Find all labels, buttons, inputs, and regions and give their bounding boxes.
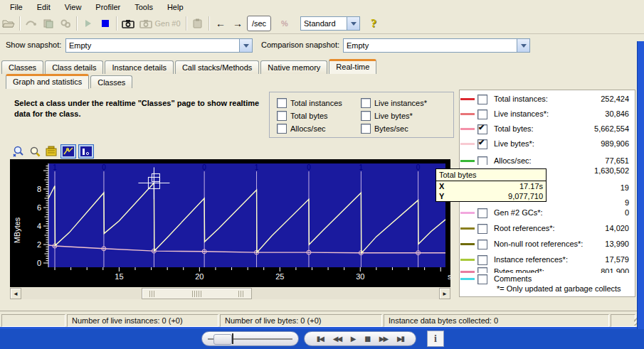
- slider-thumb[interactable]: [213, 334, 232, 345]
- filter-row-total-instances: Total instances: [277, 97, 361, 109]
- gc-generation-label: 1: [255, 163, 259, 171]
- percent-toggle[interactable]: %: [273, 16, 297, 31]
- legend-checkbox[interactable]: [477, 224, 487, 234]
- thumb-center-grip[interactable]: [192, 291, 202, 297]
- thumb-left-grip[interactable]: [149, 291, 155, 297]
- show-snapshot-combobox[interactable]: Empty: [65, 38, 253, 53]
- legend-label: Non-null root references*:: [494, 240, 583, 248]
- show-snapshot-dropdown-button[interactable]: [239, 39, 252, 52]
- comparison-snapshot-value: Empty: [344, 41, 517, 50]
- checkbox-total-bytes[interactable]: [277, 111, 287, 121]
- info-button[interactable]: i: [427, 331, 444, 347]
- realtime-chart-svg[interactable]: 02468MBytes15202530s1001010: [10, 159, 450, 287]
- pause-button[interactable]: ▮▮: [364, 335, 369, 343]
- status-panel: Number of live bytes: 0 (+0): [220, 314, 382, 327]
- toolbar: Gen #0 ← → /sec % Standard ?: [0, 14, 644, 34]
- scroll-left-button[interactable]: ◄: [10, 288, 21, 299]
- menu-edit[interactable]: Edit: [30, 1, 58, 13]
- comparison-snapshot-combobox[interactable]: Empty: [343, 38, 530, 53]
- playback-slider[interactable]: [201, 331, 299, 346]
- zoom-select-icon[interactable]: [11, 144, 26, 159]
- per-second-toggle[interactable]: /sec: [247, 16, 271, 31]
- x-axis-unit: s: [448, 272, 450, 281]
- legend-checkbox[interactable]: [477, 240, 487, 249]
- checkbox-live-instances-[interactable]: [361, 98, 371, 108]
- legend-value: 77,651: [605, 156, 629, 165]
- start-profiling-icon[interactable]: [41, 16, 56, 31]
- legend-checkbox[interactable]: [477, 274, 487, 284]
- menu-tools[interactable]: Tools: [127, 1, 160, 13]
- gc-generation-label: 1: [53, 163, 57, 171]
- filter-row-total-bytes: Total bytes: [277, 109, 361, 122]
- menu-view[interactable]: View: [58, 1, 89, 13]
- tab-instance-details[interactable]: Instance details: [105, 60, 173, 74]
- toolbar-separator: [76, 16, 78, 31]
- filter-label: Total instances: [290, 99, 342, 107]
- checkbox-total-instances[interactable]: [277, 98, 287, 108]
- checkbox-allocs-sec[interactable]: [277, 124, 287, 134]
- realtime-chart[interactable]: 02468MBytes15202530s1001010: [10, 159, 450, 287]
- subtab-classes[interactable]: Classes: [90, 75, 132, 89]
- open-snapshot-icon[interactable]: [1, 16, 16, 31]
- scroll-right-button[interactable]: ►: [439, 288, 450, 299]
- tab-classes[interactable]: Classes: [1, 60, 43, 74]
- profile-level-combobox[interactable]: Standard: [300, 16, 360, 31]
- menu-file[interactable]: File: [3, 1, 30, 13]
- checkbox-live-bytes-[interactable]: [361, 111, 371, 121]
- help-icon[interactable]: ?: [366, 16, 381, 31]
- y-tick-label: 2: [37, 240, 41, 249]
- tooltip-x-value: 17.17s: [453, 182, 543, 190]
- legend-label: Comments: [494, 274, 532, 283]
- fast-forward-button[interactable]: ▶▶: [379, 335, 387, 343]
- legend-checkbox[interactable]: [477, 95, 487, 104]
- time-window-icon[interactable]: [44, 144, 58, 159]
- gen-snapshot-label: Gen #0: [154, 19, 180, 28]
- back-icon[interactable]: ←: [213, 16, 228, 31]
- collect-snapshot-icon[interactable]: [120, 16, 136, 31]
- x-tick-label: 20: [195, 272, 204, 281]
- window-border-right: [637, 41, 644, 329]
- stop-icon[interactable]: [97, 16, 113, 31]
- forward-icon[interactable]: →: [230, 16, 246, 31]
- tooltip-title: Total bytes: [436, 169, 546, 181]
- tab-native-memory[interactable]: Native memory: [260, 60, 327, 74]
- legend-checkbox[interactable]: [477, 255, 487, 265]
- menu-help[interactable]: Help: [160, 1, 191, 13]
- legend-checkbox[interactable]: ✔: [477, 124, 487, 134]
- legend-value: 0: [625, 208, 629, 217]
- resume-icon[interactable]: [80, 16, 96, 31]
- zoom-icon[interactable]: [28, 144, 42, 159]
- profile-level-dropdown-button[interactable]: [347, 17, 359, 30]
- attach-process-icon[interactable]: [23, 16, 39, 31]
- rewind-button[interactable]: ◀◀: [333, 335, 341, 343]
- legend-swatch: [460, 227, 475, 230]
- legend-swatch: [460, 212, 475, 214]
- legend-row: Non-null root references*:13,990: [460, 238, 635, 250]
- tab-call-stacks-methods[interactable]: Call stacks/Methods: [175, 60, 259, 74]
- y-tick-label: 8: [37, 185, 41, 193]
- import-snapshot-icon[interactable]: [190, 16, 206, 31]
- collect-gen-snapshot-icon[interactable]: Gen #0: [137, 16, 183, 31]
- tab-class-details[interactable]: Class details: [45, 60, 103, 74]
- chart-scrollbar[interactable]: ◄ ►: [10, 288, 450, 299]
- profile-level-value: Standard: [301, 19, 347, 28]
- legend-checkbox[interactable]: ✔: [477, 139, 487, 149]
- settings-icon[interactable]: [58, 16, 73, 31]
- thumb-right-grip[interactable]: [238, 291, 244, 297]
- subtab-graph-and-statistics[interactable]: Graph and statistics: [6, 74, 89, 89]
- toolbar-separator: [19, 16, 21, 31]
- show-statistics-toggle[interactable]: [78, 144, 94, 159]
- comparison-snapshot-dropdown-button[interactable]: [517, 39, 529, 52]
- plot-area[interactable]: [48, 163, 445, 267]
- skip-start-button[interactable]: ▮◀: [317, 335, 323, 343]
- menu-profiler[interactable]: Profiler: [88, 1, 127, 13]
- legend-checkbox[interactable]: [477, 109, 487, 119]
- show-graph-toggle[interactable]: [60, 144, 76, 159]
- legend-checkbox[interactable]: [477, 208, 487, 218]
- scrollbar-thumb[interactable]: [142, 288, 252, 299]
- skip-end-button[interactable]: ▶▮: [397, 335, 403, 343]
- checkbox-bytes-sec[interactable]: [361, 124, 371, 134]
- desktop-strip: ▮◀◀◀▶▮▮▶▶▶▮ i: [0, 329, 644, 349]
- tab-real-time[interactable]: Real-time: [329, 59, 376, 74]
- play-button[interactable]: ▶: [351, 335, 355, 343]
